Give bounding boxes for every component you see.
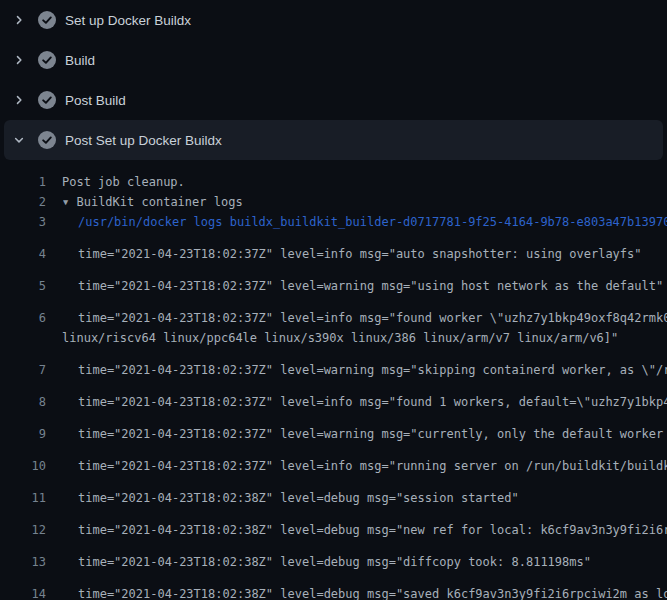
check-circle-icon xyxy=(38,11,56,29)
check-circle-icon xyxy=(38,91,56,109)
line-number[interactable]: 6 xyxy=(0,308,46,328)
line-number[interactable]: 1 xyxy=(0,172,46,192)
group-title[interactable]: BuildKit container logs xyxy=(76,195,242,209)
log-text: time="2021-04-23T18:02:38Z" level=debug … xyxy=(46,584,667,600)
log-row: 1Post job cleanup. xyxy=(0,172,667,192)
log-row: 4time="2021-04-23T18:02:37Z" level=info … xyxy=(0,232,667,264)
line-number xyxy=(0,328,46,348)
line-number[interactable]: 9 xyxy=(0,424,46,444)
log-text: time="2021-04-23T18:02:38Z" level=debug … xyxy=(46,520,667,540)
step-row[interactable]: Post Set up Docker Buildx xyxy=(4,120,663,160)
chevron-right-icon xyxy=(12,53,26,67)
step-title: Build xyxy=(65,53,95,68)
line-number[interactable]: 13 xyxy=(0,552,46,572)
workflow-log-panel: Set up Docker BuildxBuildPost BuildPost … xyxy=(0,0,667,600)
log-row: 2▼ BuildKit container logs xyxy=(0,192,667,212)
log-group-header: ▼ BuildKit container logs xyxy=(46,192,243,212)
log-text: time="2021-04-23T18:02:38Z" level=debug … xyxy=(46,552,591,572)
line-number[interactable]: 4 xyxy=(0,244,46,264)
log-row: 7time="2021-04-23T18:02:37Z" level=warni… xyxy=(0,348,667,380)
log-text: time="2021-04-23T18:02:37Z" level=warnin… xyxy=(46,276,663,296)
step-title: Post Build xyxy=(65,93,126,108)
line-number[interactable]: 14 xyxy=(0,584,46,600)
log-text: /usr/bin/docker logs buildx_buildkit_bui… xyxy=(46,212,667,232)
line-number[interactable]: 3 xyxy=(0,212,46,232)
line-number[interactable]: 7 xyxy=(0,360,46,380)
log-text: time="2021-04-23T18:02:38Z" level=debug … xyxy=(46,488,519,508)
log-row: 14time="2021-04-23T18:02:38Z" level=debu… xyxy=(0,572,667,600)
log-text: time="2021-04-23T18:02:37Z" level=info m… xyxy=(46,456,667,476)
chevron-right-icon xyxy=(12,93,26,107)
log-text: time="2021-04-23T18:02:37Z" level=warnin… xyxy=(46,360,667,380)
line-number[interactable]: 10 xyxy=(0,456,46,476)
log-row: 10time="2021-04-23T18:02:37Z" level=info… xyxy=(0,444,667,476)
log-lines: 1Post job cleanup.2▼ BuildKit container … xyxy=(0,160,667,600)
line-number[interactable]: 2 xyxy=(0,192,46,212)
line-number[interactable]: 5 xyxy=(0,276,46,296)
log-text: time="2021-04-23T18:02:37Z" level=info m… xyxy=(46,244,642,264)
line-number[interactable]: 11 xyxy=(0,488,46,508)
step-row[interactable]: Build xyxy=(0,40,667,80)
group-toggle-icon[interactable]: ▼ xyxy=(63,195,68,209)
log-row: 9time="2021-04-23T18:02:37Z" level=warni… xyxy=(0,412,667,444)
log-row: 5time="2021-04-23T18:02:37Z" level=warni… xyxy=(0,264,667,296)
step-row[interactable]: Set up Docker Buildx xyxy=(0,0,667,40)
line-number[interactable]: 8 xyxy=(0,392,46,412)
log-row: 11time="2021-04-23T18:02:38Z" level=debu… xyxy=(0,476,667,508)
check-circle-icon xyxy=(38,131,56,149)
log-text: Post job cleanup. xyxy=(46,172,185,192)
steps-list: Set up Docker BuildxBuildPost BuildPost … xyxy=(0,0,667,160)
check-circle-icon xyxy=(38,51,56,69)
log-text: linux/riscv64 linux/ppc64le linux/s390x … xyxy=(46,328,618,348)
log-row: 3/usr/bin/docker logs buildx_buildkit_bu… xyxy=(0,212,667,232)
log-row: linux/riscv64 linux/ppc64le linux/s390x … xyxy=(0,328,667,348)
log-row: 6time="2021-04-23T18:02:37Z" level=info … xyxy=(0,296,667,328)
step-row[interactable]: Post Build xyxy=(0,80,667,120)
log-row: 13time="2021-04-23T18:02:38Z" level=debu… xyxy=(0,540,667,572)
log-row: 8time="2021-04-23T18:02:37Z" level=info … xyxy=(0,380,667,412)
log-text: time="2021-04-23T18:02:37Z" level=info m… xyxy=(46,392,667,412)
step-title: Set up Docker Buildx xyxy=(65,13,191,28)
log-row: 12time="2021-04-23T18:02:38Z" level=debu… xyxy=(0,508,667,540)
log-text: time="2021-04-23T18:02:37Z" level=warnin… xyxy=(46,424,667,444)
line-number[interactable]: 12 xyxy=(0,520,46,540)
step-title: Post Set up Docker Buildx xyxy=(65,133,222,148)
chevron-right-icon xyxy=(12,13,26,27)
log-text: time="2021-04-23T18:02:37Z" level=info m… xyxy=(46,308,667,328)
chevron-down-icon xyxy=(12,133,26,147)
